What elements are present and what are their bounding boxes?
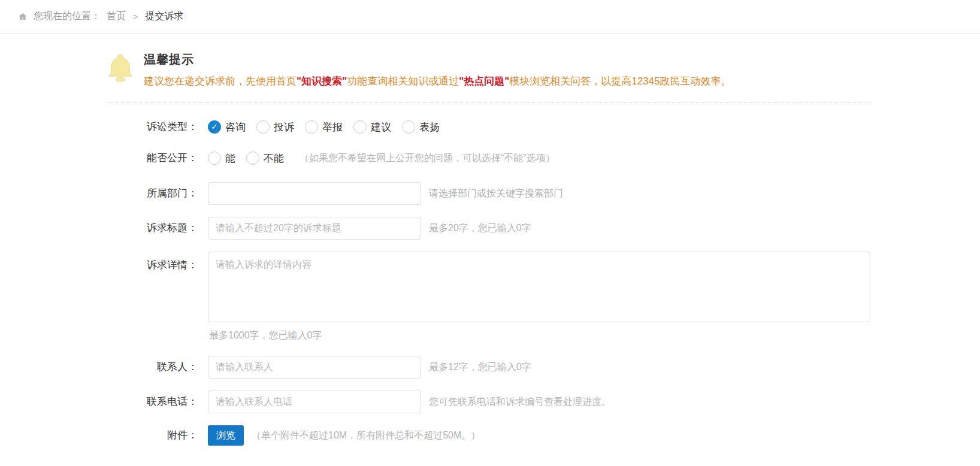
appeal-form: 诉讼类型： 咨询 投诉 举报 建议 表扬 [0,120,980,446]
dotted-divider [107,102,872,102]
tip-segment-highlight: "知识搜索" [297,75,347,87]
department-input[interactable] [208,182,421,205]
home-icon [18,12,28,22]
department-hint: 请选择部门或按关键字搜索部门 [429,187,563,200]
title-hint: 最多20字，您已输入0字 [429,222,531,235]
bell-icon [107,53,134,84]
radio-option-public-no[interactable]: 不能 [246,152,284,165]
attachment-hint: （单个附件不超过10M，所有附件总和不超过50M。） [252,429,480,442]
radio-option-public-yes[interactable]: 能 [208,152,235,165]
appeal-type-radio-group: 咨询 投诉 举报 建议 表扬 [208,120,450,134]
breadcrumb-home-link[interactable]: 首页 [107,10,126,23]
contact-hint: 最多12字，您已输入0字 [429,361,531,374]
radio-option-report[interactable]: 举报 [305,120,343,134]
warm-tip-text: 建议您在递交诉求前，先使用首页"知识搜索"功能查询相关知识或通过"热点问题"模块… [144,74,731,88]
detail-label: 诉求详情： [0,252,208,273]
detail-hint: 最多1000字，您已输入0字 [209,329,870,342]
breadcrumb-prefix: 您现在的位置： [34,10,101,23]
public-row: 能否公开： 能 不能 （如果您不希望在网上公开您的问题，可以选择“不能”选项） [0,151,980,165]
radio-option-suggest[interactable]: 建议 [353,120,391,134]
department-label: 所属部门： [0,182,208,205]
title-row: 诉求标题： 最多20字，您已输入0字 [0,217,980,240]
phone-row: 联系电话： 您可凭联系电话和诉求编号查看处理进度。 [0,391,980,413]
radio-option-label: 建议 [371,120,391,134]
detail-area-wrap: 最多1000字，您已输入0字 [208,252,870,342]
radio-option-label: 能 [225,152,235,165]
phone-label: 联系电话： [0,391,208,413]
radio-icon[interactable] [208,120,221,134]
radio-option-label: 不能 [264,152,284,165]
public-hint: （如果您不希望在网上公开您的问题，可以选择“不能”选项） [300,152,555,165]
contact-row: 联系人： 最多12字，您已输入0字 [0,356,980,379]
warm-tip-title: 温馨提示 [144,52,731,68]
contact-label: 联系人： [0,356,208,379]
radio-icon[interactable] [208,152,221,165]
radio-option-consult[interactable]: 咨询 [208,120,246,134]
breadcrumb: 您现在的位置： 首页 > 提交诉求 [0,0,980,34]
contact-input[interactable] [208,356,421,379]
public-label: 能否公开： [0,151,208,165]
detail-textarea[interactable] [208,252,870,322]
radio-option-label: 咨询 [225,120,246,134]
radio-icon[interactable] [353,120,367,134]
breadcrumb-current: 提交诉求 [145,10,183,23]
phone-input[interactable] [208,391,421,413]
radio-option-label: 投诉 [274,120,294,134]
department-row: 所属部门： 请选择部门或按关键字搜索部门 [0,182,980,205]
browse-button[interactable]: 浏览 [208,425,244,446]
attachment-row: 附件： 浏览 （单个附件不超过10M，所有附件总和不超过50M。） [0,425,980,446]
phone-hint: 您可凭联系电话和诉求编号查看处理进度。 [429,396,611,408]
radio-option-label: 表扬 [419,120,440,134]
radio-option-complaint[interactable]: 投诉 [256,120,294,134]
radio-icon[interactable] [305,120,318,134]
detail-row: 诉求详情： 最多1000字，您已输入0字 [0,252,980,342]
warm-tip-section: 温馨提示 建议您在递交诉求前，先使用首页"知识搜索"功能查询相关知识或通过"热点… [107,52,980,88]
appeal-type-row: 诉讼类型： 咨询 投诉 举报 建议 表扬 [0,120,980,134]
radio-icon[interactable] [402,120,415,134]
attachment-label: 附件： [0,425,208,446]
radio-icon[interactable] [246,152,259,165]
tip-segment: 建议您在递交诉求前，先使用首页 [144,75,297,87]
title-input[interactable] [208,217,421,240]
tip-segment-highlight: "热点问题" [459,75,509,87]
title-label: 诉求标题： [0,217,208,240]
breadcrumb-separator: > [133,12,138,22]
radio-option-label: 举报 [322,120,343,134]
tip-segment: 模块浏览相关问答，以提高12345政民互动效率。 [509,75,731,87]
appeal-type-label: 诉讼类型： [0,120,208,134]
radio-icon[interactable] [256,120,270,134]
radio-option-praise[interactable]: 表扬 [402,120,440,134]
public-radio-group: 能 不能 [208,152,295,165]
warm-tip-body: 温馨提示 建议您在递交诉求前，先使用首页"知识搜索"功能查询相关知识或通过"热点… [144,52,731,88]
tip-segment: 功能查询相关知识或通过 [347,75,459,87]
